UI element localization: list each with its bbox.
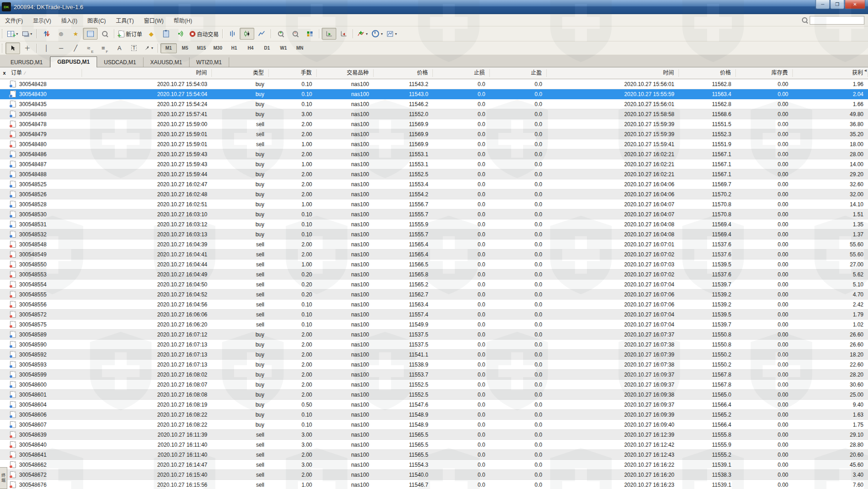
timeframe-m15[interactable]: M15 <box>193 43 210 53</box>
column-header[interactable]: 手数 <box>269 69 317 77</box>
signals-button[interactable] <box>173 28 188 40</box>
table-row[interactable]: 3005486042020.10.27 16:08:19buy0.50nas10… <box>0 400 868 410</box>
timeframe-mn[interactable]: MN <box>292 43 308 53</box>
chart-tab[interactable]: XAUUSD,M1 <box>144 57 190 67</box>
terminal-button[interactable] <box>83 28 98 40</box>
terminal-side-tab[interactable]: 终端 <box>0 467 7 489</box>
menu-item[interactable]: 帮助(H) <box>169 15 197 26</box>
table-row[interactable]: 3005485532020.10.27 16:04:49sell0.20nas1… <box>0 270 868 280</box>
timeframe-m5[interactable]: M5 <box>177 43 193 53</box>
column-header[interactable]: 止损 <box>433 69 490 77</box>
chart-tab[interactable]: EURUSD,M1 <box>4 57 50 67</box>
templates-button[interactable]: ▾ <box>385 28 399 40</box>
strategy-tester-button[interactable] <box>98 28 112 40</box>
market-watch-button[interactable] <box>39 28 54 40</box>
chart-tab[interactable]: GBPUSD,M1 <box>50 56 97 67</box>
zoom-in-button[interactable]: + <box>273 28 288 40</box>
minimize-button[interactable]: ─ <box>816 0 830 9</box>
column-header[interactable]: 类型 <box>212 69 269 77</box>
table-row[interactable]: 3005485892020.10.27 16:07:12buy2.00nas10… <box>0 330 868 340</box>
arrows-button[interactable]: ▾ <box>141 42 156 54</box>
metaeditor-button[interactable]: ◆ <box>144 28 159 40</box>
table-row[interactable]: 3005484282020.10.27 15:54:03buy0.10nas10… <box>0 79 868 89</box>
terminal-close-button[interactable]: x <box>1 69 7 76</box>
column-header[interactable]: 价格 <box>374 69 433 77</box>
table-row[interactable]: 3005484792020.10.27 15:59:01sell2.00nas1… <box>0 129 868 139</box>
toolbar-grip-2[interactable] <box>2 44 4 53</box>
column-header[interactable]: 库存费 <box>736 69 793 77</box>
menu-item[interactable]: 窗口(W) <box>139 15 169 26</box>
header-scroll-left-icon[interactable]: ◀ <box>864 69 867 72</box>
table-row[interactable]: 3005485922020.10.27 16:07:13buy2.00nas10… <box>0 350 868 360</box>
new-order-button[interactable]: 新订单 <box>117 28 144 40</box>
maximize-button[interactable]: ❐ <box>830 0 844 9</box>
table-row[interactable]: 3005485482020.10.27 16:04:39sell2.00nas1… <box>0 239 868 250</box>
navigator-button[interactable]: ★ <box>68 28 83 40</box>
data-window-button[interactable]: ⊕ <box>54 28 68 40</box>
menu-item[interactable]: 图表(C) <box>82 15 111 26</box>
candlestick-chart-button[interactable] <box>240 28 254 40</box>
chart-tab[interactable]: WTIZ0,M1 <box>190 57 229 67</box>
timeframe-w1[interactable]: W1 <box>275 43 292 53</box>
text-label-button[interactable]: T <box>127 42 141 54</box>
table-row[interactable]: 3005486722020.10.27 16:15:40sell2.00nas1… <box>0 470 868 480</box>
table-row[interactable]: 3005486062020.10.27 16:08:22buy0.10nas10… <box>0 410 868 420</box>
community-button[interactable] <box>159 28 173 40</box>
table-row[interactable]: 3005485902020.10.27 16:07:13buy2.00nas10… <box>0 340 868 350</box>
table-row[interactable]: 3005486392020.10.27 16:11:39sell3.00nas1… <box>0 430 868 440</box>
table-row[interactable]: 3005485502020.10.27 16:04:44sell1.00nas1… <box>0 260 868 270</box>
auto-scroll-button[interactable] <box>322 28 336 40</box>
tile-windows-button[interactable] <box>303 28 317 40</box>
table-row[interactable]: 3005484872020.10.27 15:59:43buy1.00nas10… <box>0 159 868 169</box>
table-row[interactable]: 3005486622020.10.27 16:14:47sell3.00nas1… <box>0 460 868 470</box>
table-row[interactable]: 3005484302020.10.27 15:54:04buy0.10nas10… <box>0 89 868 99</box>
table-row[interactable]: 3005485262020.10.27 16:02:48buy2.00nas10… <box>0 189 868 199</box>
table-row[interactable]: 3005484782020.10.27 15:59:00sell2.00nas1… <box>0 119 868 129</box>
table-row[interactable]: 3005484882020.10.27 15:59:44buy2.00nas10… <box>0 169 868 179</box>
close-button[interactable]: ✕ <box>845 0 865 9</box>
table-row[interactable]: 3005485282020.10.27 16:02:51buy1.00nas10… <box>0 199 868 209</box>
autotrading-button[interactable]: 自动交易 <box>188 28 221 40</box>
table-row[interactable]: 3005485722020.10.27 16:06:06sell0.10nas1… <box>0 310 868 320</box>
column-header[interactable]: 价格 <box>679 69 736 77</box>
timeframe-d1[interactable]: D1 <box>259 43 275 53</box>
table-row[interactable]: 3005484802020.10.27 15:59:01sell1.00nas1… <box>0 139 868 149</box>
cursor-button[interactable] <box>5 42 20 54</box>
column-header[interactable]: 交易品种 <box>317 69 374 77</box>
column-header[interactable]: 时间 <box>547 69 679 77</box>
menu-item[interactable]: 工具(T) <box>111 15 139 26</box>
column-header[interactable]: 订单∕ <box>0 69 82 77</box>
indicators-button[interactable]: ▾ <box>355 28 370 40</box>
toolbar-grip[interactable] <box>2 29 4 38</box>
table-row[interactable]: 3005485542020.10.27 16:04:50sell0.20nas1… <box>0 280 868 290</box>
bar-chart-button[interactable] <box>225 28 240 40</box>
text-button[interactable]: A <box>112 42 127 54</box>
table-row[interactable]: 3005485252020.10.27 16:02:47buy2.00nas10… <box>0 179 868 189</box>
table-row[interactable]: 3005486072020.10.27 16:08:22buy0.10nas10… <box>0 420 868 430</box>
crosshair-button[interactable]: ＋ <box>20 42 35 54</box>
table-row[interactable]: 3005486402020.10.27 16:11:40sell3.00nas1… <box>0 440 868 450</box>
table-row[interactable]: 3005484352020.10.27 15:54:24buy0.10nas10… <box>0 99 868 109</box>
vertical-line-button[interactable]: │ <box>39 42 54 54</box>
table-row[interactable]: 3005485302020.10.27 16:03:10buy0.10nas10… <box>0 209 868 219</box>
menu-item[interactable]: 显示(V) <box>28 15 56 26</box>
table-row[interactable]: 3005486762020.10.27 16:15:56sell1.00nas1… <box>0 480 868 489</box>
timeframe-h4[interactable]: H4 <box>242 43 259 53</box>
timeframe-m30[interactable]: M30 <box>210 43 226 53</box>
new-chart-button[interactable]: ＋▾ <box>5 28 20 40</box>
fibonacci-button[interactable]: ≡F <box>98 42 112 54</box>
periods-button[interactable]: ▾ <box>370 28 385 40</box>
channel-button[interactable]: ≈E <box>83 42 98 54</box>
search-input[interactable] <box>810 16 864 25</box>
chart-tab[interactable]: USDCAD,M1 <box>97 57 144 67</box>
menu-item[interactable]: 文件(F) <box>0 15 28 26</box>
table-row[interactable]: 3005486012020.10.27 16:08:08buy2.00nas10… <box>0 390 868 400</box>
column-header[interactable]: 时间 <box>82 69 212 77</box>
table-row[interactable]: 3005485752020.10.27 16:06:20sell0.10nas1… <box>0 320 868 330</box>
column-header[interactable]: 获利 <box>793 69 868 77</box>
table-row[interactable]: 3005485552020.10.27 16:04:52sell0.20nas1… <box>0 290 868 300</box>
table-row[interactable]: 3005485562020.10.27 16:04:56sell0.10nas1… <box>0 300 868 310</box>
line-chart-button[interactable] <box>254 28 269 40</box>
table-row[interactable]: 3005486002020.10.27 16:08:07buy2.00nas10… <box>0 380 868 390</box>
trendline-button[interactable]: ╱ <box>68 42 83 54</box>
